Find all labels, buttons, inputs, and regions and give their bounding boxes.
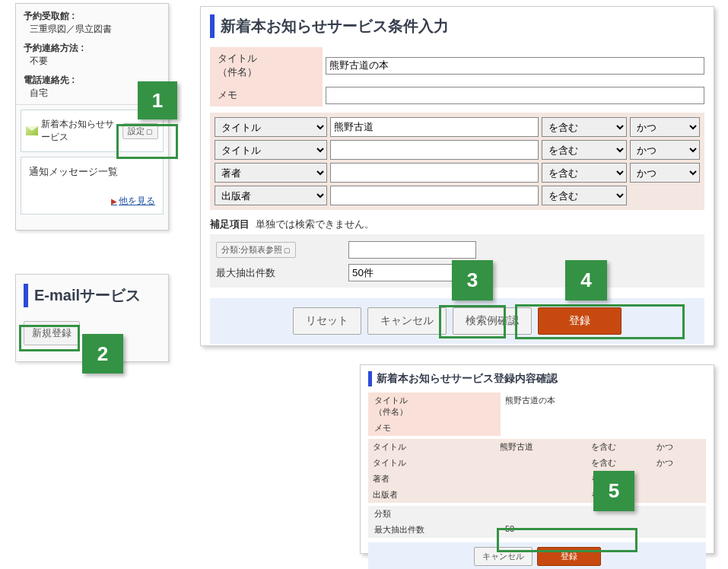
c-memo-label: メモ	[368, 420, 501, 436]
term-input-2[interactable]	[330, 140, 539, 160]
step-marker-4: 4	[565, 260, 607, 300]
memo-input[interactable]	[326, 87, 704, 104]
search-example-button[interactable]: 検索例確認	[453, 307, 532, 335]
condition-row-2: タイトル を含む かつ	[215, 140, 700, 160]
join-select-3[interactable]: かつ	[630, 163, 700, 183]
step-marker-2: 2	[82, 334, 123, 374]
c-m2: を含む	[587, 455, 653, 471]
term-input-1[interactable]	[330, 117, 539, 137]
message-list-box: 通知メッセージ一覧 他を見る	[21, 157, 164, 215]
field-select-4[interactable]: 出版者	[215, 186, 327, 205]
pickup-label: 予約受取館 :	[24, 10, 161, 23]
supplementary-header: 補足項目単独では検索できません。	[210, 218, 704, 231]
classification-input[interactable]	[348, 241, 476, 259]
new-registration-button[interactable]: 新規登録	[24, 321, 80, 345]
mail-icon	[26, 126, 38, 135]
condition-row-3: 著者 を含む かつ	[215, 163, 700, 183]
term-input-4[interactable]	[330, 186, 539, 205]
email-service-title: E-mailサービス	[24, 284, 161, 307]
confirm-register-button[interactable]: 登録	[537, 547, 601, 566]
c-memo-value	[501, 420, 706, 436]
field-memo-label: メモ	[210, 84, 323, 106]
c-max-value: 50	[501, 522, 706, 538]
step-marker-3: 3	[452, 260, 493, 300]
title-input[interactable]	[326, 57, 704, 75]
button-bar: リセット キャンセル 検索例確認 登録	[210, 298, 704, 344]
confirm-title: 新着本お知らせサービス登録内容確認	[368, 371, 706, 386]
join-select-1[interactable]: かつ	[630, 117, 700, 137]
condition-row-4: 出版者 を含む	[215, 186, 700, 205]
c-max-label: 最大抽出件数	[368, 522, 501, 538]
dropdown-icon: ▢	[284, 246, 291, 254]
c-j1: かつ	[652, 439, 706, 455]
contact-value: 不要	[30, 55, 161, 68]
dropdown-icon: ▢	[146, 128, 153, 135]
see-other-link[interactable]: 他を見る	[111, 195, 155, 208]
c-class-label: 分類	[368, 506, 501, 522]
confirm-cancel-button[interactable]: キャンセル	[474, 547, 532, 566]
term-input-3[interactable]	[330, 163, 539, 183]
c-t1: 熊野古道	[495, 439, 587, 455]
max-extract-label: 最大抽出件数	[210, 263, 345, 283]
match-select-3[interactable]: を含む	[542, 163, 627, 183]
field-select-2[interactable]: タイトル	[215, 140, 327, 160]
c-f1: タイトル	[368, 439, 495, 455]
field-select-3[interactable]: 著者	[215, 163, 327, 183]
confirm-button-bar: キャンセル 登録	[368, 542, 706, 569]
match-select-2[interactable]: を含む	[542, 140, 627, 160]
condition-area: タイトル を含む かつ タイトル を含む かつ 著者 を含む かつ 出版者 を含…	[210, 113, 704, 210]
match-select-4[interactable]: を含む	[542, 186, 627, 205]
c-j2: かつ	[652, 455, 706, 471]
c-f2: タイトル	[368, 455, 495, 471]
cancel-button[interactable]: キャンセル	[367, 307, 447, 335]
c-title-value: 熊野古道の本	[501, 393, 706, 420]
classification-ref-button[interactable]: 分類:分類表参照▢	[216, 242, 296, 258]
step-marker-1: 1	[138, 81, 177, 119]
step-marker-5: 5	[593, 471, 634, 511]
field-title-label: タイトル （件名）	[210, 47, 323, 84]
field-select-1[interactable]: タイトル	[215, 117, 327, 137]
join-select-2[interactable]: かつ	[630, 140, 700, 160]
settings-button[interactable]: 設定▢	[122, 123, 158, 139]
reset-button[interactable]: リセット	[293, 307, 361, 335]
c-f3: 著者	[368, 471, 495, 487]
pickup-value: 三重県図／県立図書	[30, 23, 161, 36]
c-title-label: タイトル （件名）	[368, 393, 501, 420]
match-select-1[interactable]: を含む	[542, 117, 627, 137]
register-button[interactable]: 登録	[538, 307, 622, 335]
c-m1: を含む	[587, 439, 653, 455]
contact-label: 予約連絡方法 :	[24, 42, 161, 55]
message-list-title: 通知メッセージ一覧	[29, 165, 155, 179]
c-f4: 出版者	[368, 487, 495, 503]
confirm-panel: 新着本お知らせサービス登録内容確認 タイトル （件名）熊野古道の本 メモ タイト…	[360, 364, 714, 554]
condition-row-1: タイトル を含む かつ	[215, 117, 700, 137]
panel-title: 新着本お知らせサービス条件入力	[210, 14, 704, 38]
new-arrival-service-label: 新着本お知らせサービス	[41, 118, 119, 144]
